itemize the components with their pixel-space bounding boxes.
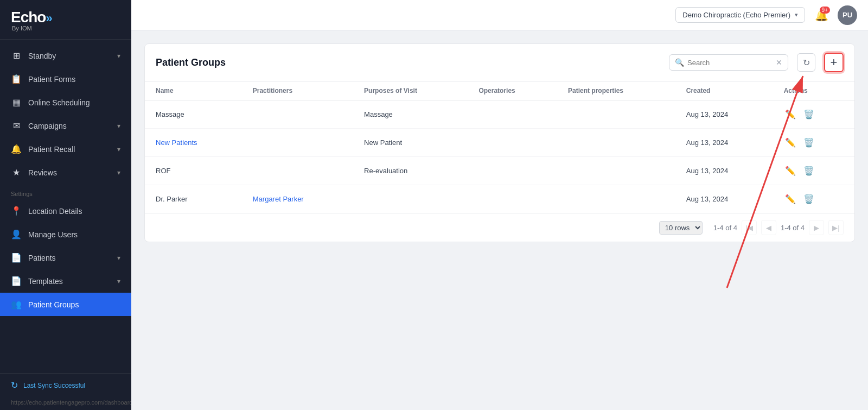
notifications-button[interactable]: 🔔 9+ xyxy=(812,5,831,25)
app-logo: Echo» xyxy=(11,9,120,26)
cell-properties xyxy=(557,157,675,185)
cell-name: Massage xyxy=(145,100,242,129)
patients-icon: 📄 xyxy=(11,253,22,263)
delete-button[interactable]: 🗑️ xyxy=(802,165,815,177)
sidebar-item-manage-users[interactable]: 👤 Manage Users xyxy=(0,223,131,246)
location-icon: 📍 xyxy=(11,206,22,216)
user-avatar[interactable]: PU xyxy=(838,5,857,25)
templates-icon: 📄 xyxy=(11,276,22,286)
clinic-chevron-icon: ▾ xyxy=(795,11,798,18)
chevron-icon: ▾ xyxy=(117,277,120,285)
sync-status: ↻ Last Sync Successful xyxy=(0,373,131,397)
search-input[interactable] xyxy=(687,59,773,67)
sidebar-item-campaigns[interactable]: ✉ Campaigns ▾ xyxy=(0,114,131,137)
edit-button[interactable]: ✏️ xyxy=(784,136,797,149)
refresh-icon: ↻ xyxy=(803,58,810,68)
next-page-button[interactable]: ▶ xyxy=(809,220,824,235)
table-row: Massage Massage Aug 13, 2024 ✏️ 🗑️ xyxy=(145,100,854,129)
patient-forms-icon: 📋 xyxy=(11,74,22,84)
main-content: Demo Chiropractic (Echo Premier) ▾ 🔔 9+ … xyxy=(131,0,868,410)
rows-select-dropdown[interactable]: 10 rows 25 rows 50 rows xyxy=(659,221,703,235)
first-page-button[interactable]: |◀ xyxy=(742,220,757,235)
notification-badge: 9+ xyxy=(820,7,830,14)
sidebar-label-manage-users: Manage Users xyxy=(28,230,120,239)
page-range: 1-4 of 4 xyxy=(713,224,737,232)
table-row: New Patients New Patient Aug 13, 2024 ✏️… xyxy=(145,129,854,157)
edit-button[interactable]: ✏️ xyxy=(784,193,797,205)
sidebar-label-standby: Standby xyxy=(28,52,111,60)
cell-name: ROF xyxy=(145,157,242,185)
last-page-button[interactable]: ▶| xyxy=(828,220,844,235)
search-wrapper: 🔍 ✕ xyxy=(669,54,788,71)
search-icon: 🔍 xyxy=(675,58,684,67)
sidebar-nav: ⊞ Standby ▾ 📋 Patient Forms ▦ Online Sch… xyxy=(0,40,131,373)
cell-purposes: Massage xyxy=(353,100,468,129)
logo-area: Echo» By IOM xyxy=(0,0,131,40)
cell-practitioners xyxy=(242,100,353,129)
sidebar-item-patient-recall[interactable]: 🔔 Patient Recall ▾ xyxy=(0,137,131,161)
logo-sub: By IOM xyxy=(11,25,120,31)
logo-icon: » xyxy=(46,11,52,25)
cell-actions: ✏️ 🗑️ xyxy=(773,157,854,185)
url-bar: https://echo.patientengagepro.com/dashbo… xyxy=(0,397,131,410)
manage-users-icon: 👤 xyxy=(11,229,22,239)
add-patient-group-button[interactable]: + xyxy=(824,53,844,72)
cell-properties xyxy=(557,100,675,129)
rows-per-page-selector[interactable]: 10 rows 25 rows 50 rows xyxy=(659,221,703,235)
clinic-name: Demo Chiropractic (Echo Premier) xyxy=(682,11,790,19)
cell-purposes xyxy=(353,185,468,213)
col-properties: Patient properties xyxy=(557,81,675,100)
page-title: Patient Groups xyxy=(156,57,660,68)
cell-purposes: New Patient xyxy=(353,129,468,157)
col-practitioners: Practitioners xyxy=(242,81,353,100)
prev-page-button[interactable]: ◀ xyxy=(761,220,776,235)
sidebar-item-templates[interactable]: 📄 Templates ▾ xyxy=(0,269,131,293)
cell-purposes: Re-evaluation xyxy=(353,157,468,185)
sidebar-label-patients: Patients xyxy=(28,254,111,262)
sidebar-item-location-details[interactable]: 📍 Location Details xyxy=(0,199,131,223)
cell-actions: ✏️ 🗑️ xyxy=(773,100,854,129)
patient-groups-table: Name Practitioners Purposes of Visit Ope… xyxy=(145,81,854,213)
chevron-icon: ▾ xyxy=(117,122,120,130)
pagination: 10 rows 25 rows 50 rows 1-4 of 4 |◀ ◀ 1-… xyxy=(145,213,854,242)
delete-button[interactable]: 🗑️ xyxy=(802,136,815,149)
card-header: Patient Groups 🔍 ✕ ↻ + xyxy=(145,44,854,81)
col-name: Name xyxy=(145,81,242,100)
edit-button[interactable]: ✏️ xyxy=(784,165,797,177)
sidebar-item-patient-forms[interactable]: 📋 Patient Forms xyxy=(0,67,131,91)
search-clear-icon[interactable]: ✕ xyxy=(776,58,782,67)
cell-operatories xyxy=(468,100,557,129)
cell-operatories xyxy=(468,157,557,185)
delete-button[interactable]: 🗑️ xyxy=(802,193,815,205)
col-purposes: Purposes of Visit xyxy=(353,81,468,100)
cell-created: Aug 13, 2024 xyxy=(675,157,773,185)
cell-properties xyxy=(557,185,675,213)
sidebar-item-online-scheduling[interactable]: ▦ Online Scheduling xyxy=(0,91,131,114)
sidebar-item-standby[interactable]: ⊞ Standby ▾ xyxy=(0,44,131,67)
sidebar-label-location-details: Location Details xyxy=(28,207,120,216)
chevron-icon: ▾ xyxy=(117,254,120,262)
table-row: Dr. Parker Margaret Parker Aug 13, 2024 … xyxy=(145,185,854,213)
delete-button[interactable]: 🗑️ xyxy=(802,108,815,121)
clinic-selector[interactable]: Demo Chiropractic (Echo Premier) ▾ xyxy=(675,7,805,23)
cell-operatories xyxy=(468,129,557,157)
sidebar-item-patients[interactable]: 📄 Patients ▾ xyxy=(0,246,131,269)
sidebar-item-patient-groups[interactable]: 👥 Patient Groups xyxy=(0,293,131,316)
table-container: Name Practitioners Purposes of Visit Ope… xyxy=(145,81,854,213)
sync-label: Last Sync Successful xyxy=(23,382,85,389)
sidebar-label-campaigns: Campaigns xyxy=(28,122,111,130)
reviews-icon: ★ xyxy=(11,167,22,178)
edit-button[interactable]: ✏️ xyxy=(784,108,797,121)
standby-icon: ⊞ xyxy=(11,51,22,61)
table-row: ROF Re-evaluation Aug 13, 2024 ✏️ 🗑️ xyxy=(145,157,854,185)
chevron-icon: ▾ xyxy=(117,146,120,153)
cell-actions: ✏️ 🗑️ xyxy=(773,129,854,157)
sidebar-item-reviews[interactable]: ★ Reviews ▾ xyxy=(0,161,131,184)
cell-name: New Patients xyxy=(145,129,242,157)
sidebar-label-patient-groups: Patient Groups xyxy=(28,300,120,309)
sidebar: Echo» By IOM ⊞ Standby ▾ 📋 Patient Forms… xyxy=(0,0,131,410)
chevron-icon: ▾ xyxy=(117,169,120,176)
scheduling-icon: ▦ xyxy=(11,97,22,108)
refresh-button[interactable]: ↻ xyxy=(797,53,815,72)
sidebar-label-templates: Templates xyxy=(28,277,111,286)
